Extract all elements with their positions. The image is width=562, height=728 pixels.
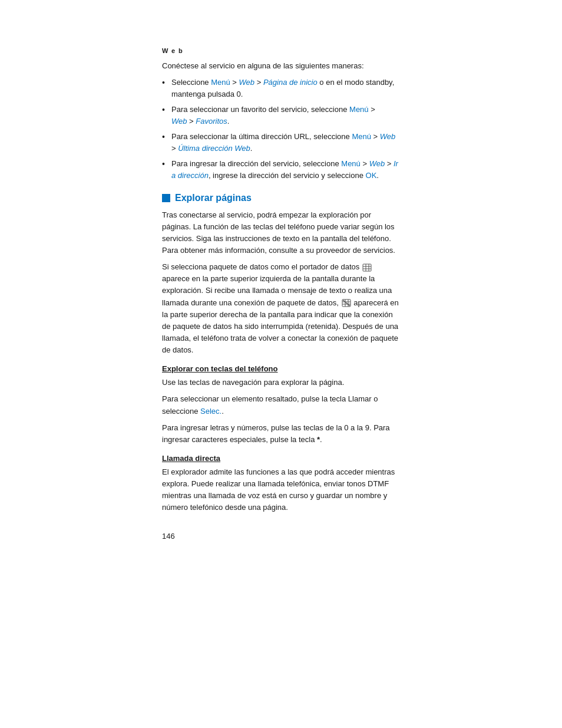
subsection1-para2: Para seleccionar un elemento resaltado, … xyxy=(162,393,400,417)
menu-link-2[interactable]: Menú xyxy=(349,105,369,114)
selec-link[interactable]: Selec. xyxy=(200,407,222,416)
subsection2-para1: El explorador admite las funciones a las… xyxy=(162,466,400,514)
subsection1-para3: Para ingresar letras y números, pulse la… xyxy=(162,422,400,446)
ok-link[interactable]: OK xyxy=(366,171,377,180)
bullet-list: Seleccione Menú > Web > Página de inicio… xyxy=(162,77,400,182)
section1-para2: Si selecciona paquete de datos como el p… xyxy=(162,261,400,356)
data-packet-icon xyxy=(362,263,372,272)
favoritos-link[interactable]: Favoritos xyxy=(196,117,227,126)
subheading-llamada: Llamada directa xyxy=(162,454,400,463)
pagina-inicio-link[interactable]: Página de inicio xyxy=(263,78,318,87)
menu-link-4[interactable]: Menú xyxy=(341,159,361,168)
data-interrupted-icon xyxy=(342,299,351,307)
web-link-3[interactable]: Web xyxy=(380,132,396,141)
subheading-teclas: Explorar con teclas del teléfono xyxy=(162,364,400,373)
list-item: Para seleccionar la última dirección URL… xyxy=(162,131,400,154)
ultima-link[interactable]: Última dirección Web xyxy=(178,144,250,153)
menu-link-3[interactable]: Menú xyxy=(352,132,371,141)
intro-text: Conéctese al servicio en alguna de las s… xyxy=(162,60,400,72)
section-heading-text: Explorar páginas xyxy=(175,193,252,203)
web-link-1[interactable]: Web xyxy=(239,78,255,87)
list-item: Seleccione Menú > Web > Página de inicio… xyxy=(162,77,400,100)
page-container: W e b Conéctese al servicio en alguna de… xyxy=(0,0,562,728)
svg-line-10 xyxy=(343,300,350,306)
subsection1-para1: Use las teclas de navegación para explor… xyxy=(162,377,400,388)
blue-square-icon xyxy=(162,194,170,202)
section-heading-explorar: Explorar páginas xyxy=(162,193,400,203)
web-link-4[interactable]: Web xyxy=(369,159,385,168)
list-item: Para ingresar la dirección del servicio,… xyxy=(162,158,400,182)
web-link-2[interactable]: Web xyxy=(171,117,187,126)
page-number: 146 xyxy=(162,532,400,541)
svg-rect-0 xyxy=(363,264,371,271)
menu-link-1[interactable]: Menú xyxy=(211,78,230,87)
list-item: Para seleccionar un favorito del servici… xyxy=(162,104,400,127)
section-label: W e b xyxy=(162,47,400,54)
section1-para1: Tras conectarse al servicio, podrá empez… xyxy=(162,209,400,257)
